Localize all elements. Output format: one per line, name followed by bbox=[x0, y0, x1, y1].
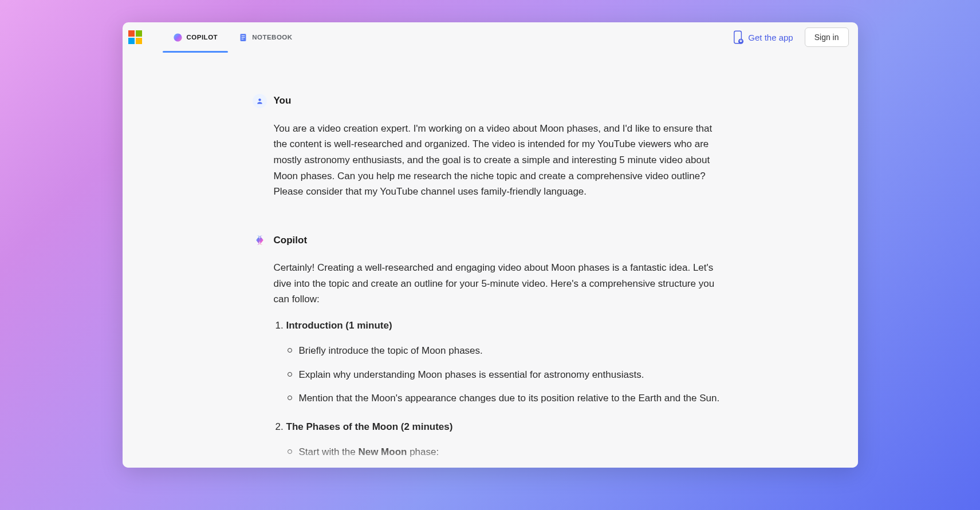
top-bar: COPILOT NOTEBOOK bbox=[123, 22, 858, 53]
outline-section-1: Introduction (1 minute) Briefly introduc… bbox=[286, 318, 728, 406]
get-app-label: Get the app bbox=[748, 33, 793, 42]
notebook-icon bbox=[238, 33, 248, 42]
microsoft-logo-icon[interactable] bbox=[128, 30, 142, 44]
svg-rect-2 bbox=[242, 37, 245, 37]
svg-point-6 bbox=[258, 98, 261, 101]
copilot-icon bbox=[173, 33, 183, 42]
conversation-area: You You are a video creation expert. I'm… bbox=[123, 53, 858, 468]
user-avatar-icon bbox=[253, 94, 267, 108]
tab-copilot-label: COPILOT bbox=[187, 34, 218, 41]
mobile-app-icon bbox=[733, 30, 743, 44]
app-window: COPILOT NOTEBOOK bbox=[123, 22, 858, 468]
section-2-title: The Phases of the Moon (2 minutes) bbox=[286, 421, 453, 432]
user-name-label: You bbox=[274, 95, 292, 106]
svg-rect-3 bbox=[242, 38, 244, 39]
tab-notebook-label: NOTEBOOK bbox=[252, 34, 292, 41]
bottom-fade bbox=[123, 445, 858, 468]
section-1-title: Introduction (1 minute) bbox=[286, 320, 392, 331]
copilot-message: Copilot Certainly! Creating a well-resea… bbox=[253, 233, 728, 467]
svg-rect-1 bbox=[242, 35, 245, 35]
copilot-name-label: Copilot bbox=[274, 235, 308, 246]
copilot-avatar-icon bbox=[253, 233, 267, 247]
copilot-intro-text: Certainly! Creating a well-researched an… bbox=[274, 260, 728, 307]
user-message-text: You are a video creation expert. I'm wor… bbox=[274, 121, 728, 200]
get-app-link[interactable]: Get the app bbox=[733, 30, 793, 44]
header-actions: Get the app Sign in bbox=[733, 27, 853, 47]
tab-notebook[interactable]: NOTEBOOK bbox=[228, 22, 302, 53]
user-message: You You are a video creation expert. I'm… bbox=[253, 94, 728, 200]
section-1-point: Mention that the Moon's appearance chang… bbox=[299, 390, 728, 406]
section-1-point: Briefly introduce the topic of Moon phas… bbox=[299, 343, 728, 359]
sign-in-button[interactable]: Sign in bbox=[805, 27, 849, 47]
tab-copilot[interactable]: COPILOT bbox=[163, 22, 229, 53]
section-1-point: Explain why understanding Moon phases is… bbox=[299, 367, 728, 383]
tab-group: COPILOT NOTEBOOK bbox=[163, 22, 303, 53]
